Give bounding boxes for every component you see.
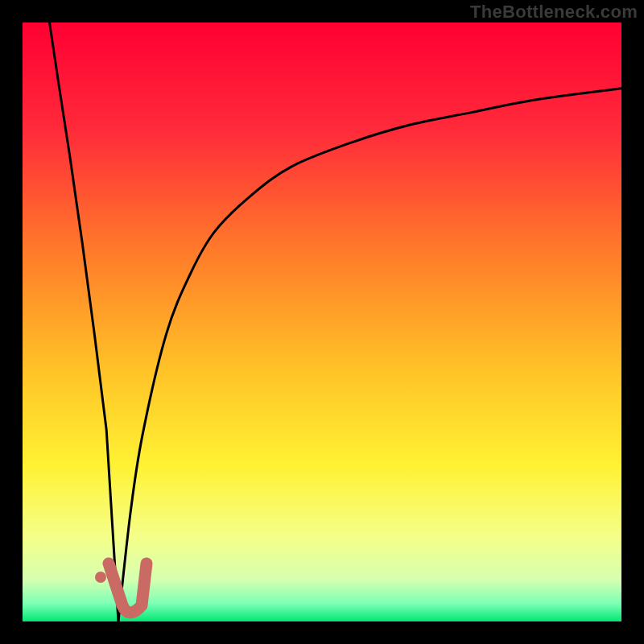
marker-dot <box>95 572 106 583</box>
chart-svg <box>0 0 644 644</box>
watermark-text: TheBottleneck.com <box>470 2 638 23</box>
chart-container: TheBottleneck.com <box>0 0 644 644</box>
